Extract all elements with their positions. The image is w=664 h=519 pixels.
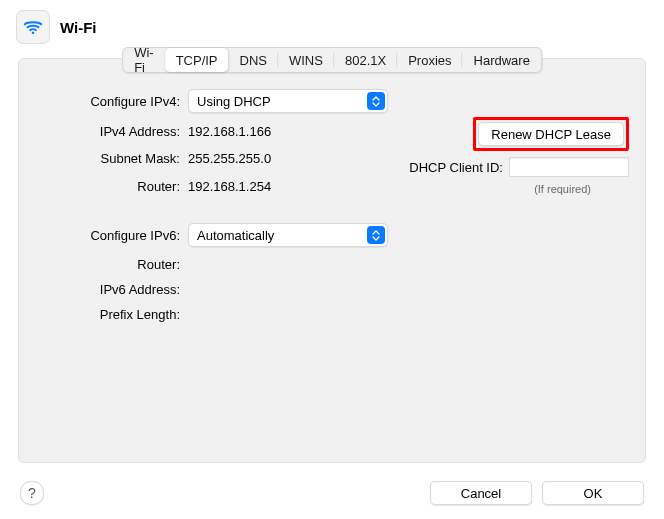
- configure-ipv6-label: Configure IPv6:: [35, 228, 180, 243]
- configure-ipv4-popup[interactable]: Using DHCP: [188, 89, 388, 113]
- dhcp-client-id-note: (If required): [534, 183, 591, 195]
- tab-wifi[interactable]: Wi-Fi: [123, 48, 165, 72]
- ipv4-router-value: 192.168.1.254: [188, 179, 388, 194]
- renew-dhcp-lease-button[interactable]: Renew DHCP Lease: [478, 122, 624, 146]
- tab-bar: Wi-Fi TCP/IP DNS WINS 802.1X Proxies Har…: [122, 47, 542, 73]
- form-grid: Configure IPv4: Using DHCP IPv4 Address:…: [35, 89, 629, 448]
- cancel-button[interactable]: Cancel: [430, 481, 532, 505]
- ipv6-address-label: IPv6 Address:: [35, 282, 180, 297]
- chevron-up-down-icon: [367, 92, 385, 110]
- chevron-up-down-icon: [367, 226, 385, 244]
- subnet-mask-value: 255.255.255.0: [188, 151, 388, 166]
- configure-ipv6-value: Automatically: [197, 228, 274, 243]
- prefix-length-label: Prefix Length:: [35, 307, 180, 322]
- title-bar: Wi-Fi: [0, 0, 664, 54]
- tab-tcpip[interactable]: TCP/IP: [165, 48, 229, 72]
- wifi-icon: [16, 10, 50, 44]
- network-tcpip-window: Wi-Fi Wi-Fi TCP/IP DNS WINS 802.1X Proxi…: [0, 0, 664, 519]
- dhcp-client-id-row: DHCP Client ID:: [409, 157, 629, 177]
- dhcp-client-id-input[interactable]: [509, 157, 629, 177]
- tab-wins[interactable]: WINS: [278, 48, 334, 72]
- ipv4-address-label: IPv4 Address:: [35, 124, 180, 139]
- help-button[interactable]: ?: [20, 481, 44, 505]
- configure-ipv4-value: Using DHCP: [197, 94, 271, 109]
- ipv4-router-label: Router:: [35, 179, 180, 194]
- tab-proxies[interactable]: Proxies: [397, 48, 462, 72]
- page-title: Wi-Fi: [60, 19, 97, 36]
- tab-8021x[interactable]: 802.1X: [334, 48, 397, 72]
- dhcp-client-id-label: DHCP Client ID:: [409, 160, 503, 175]
- tab-hardware[interactable]: Hardware: [463, 48, 541, 72]
- footer: ? Cancel OK: [20, 481, 644, 505]
- configure-ipv4-label: Configure IPv4:: [35, 94, 180, 109]
- renew-dhcp-highlight: Renew DHCP Lease: [473, 117, 629, 151]
- subnet-mask-label: Subnet Mask:: [35, 151, 180, 166]
- configure-ipv6-popup[interactable]: Automatically: [188, 223, 388, 247]
- ok-button[interactable]: OK: [542, 481, 644, 505]
- svg-point-0: [32, 31, 35, 34]
- ipv6-router-label: Router:: [35, 257, 180, 272]
- tab-dns[interactable]: DNS: [229, 48, 278, 72]
- settings-panel: Wi-Fi TCP/IP DNS WINS 802.1X Proxies Har…: [18, 58, 646, 463]
- ipv4-address-value: 192.168.1.166: [188, 124, 388, 139]
